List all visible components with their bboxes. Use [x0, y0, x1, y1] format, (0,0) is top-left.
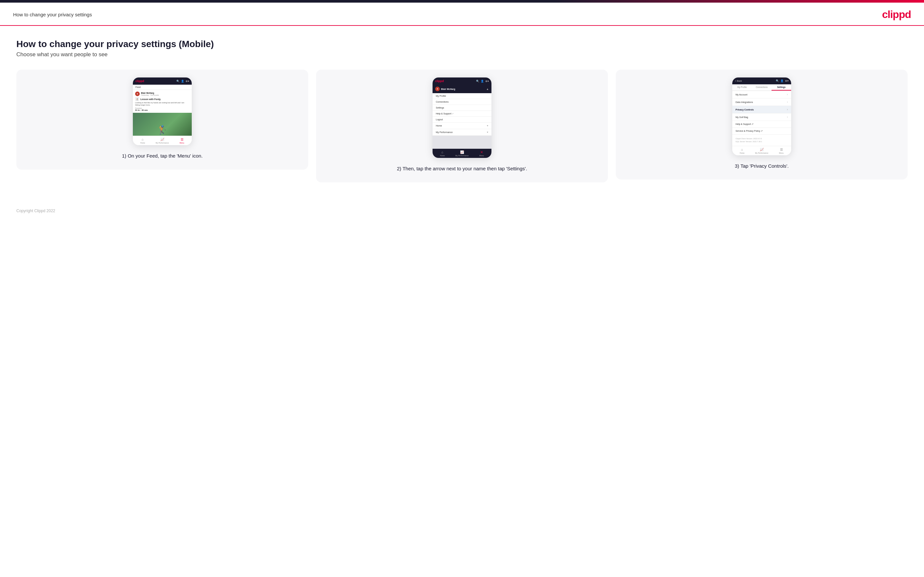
ph2-bottom-performance: 📈 My Performance — [452, 150, 472, 156]
card-3-caption: 3) Tap 'Privacy Controls'. — [735, 163, 789, 170]
header-title: How to change your privacy settings — [13, 12, 92, 17]
ph3-tabs: My Profile Connections Settings — [732, 84, 791, 91]
chevron-right-icon: › — [787, 108, 788, 111]
card-step-2: clippd 🔍 👤 ⊕▾ B Blair McHarg ▲ — [316, 69, 608, 182]
copyright-text: Copyright Clippd 2022 — [16, 209, 55, 213]
chevron-up-icon: ▲ — [486, 88, 489, 90]
ph3-home-label: Home — [740, 152, 745, 154]
ph3-bottom-menu[interactable]: ☰ Menu — [772, 148, 791, 154]
ph1-navbar: clippd 🔍 👤 ⊕▾ — [133, 77, 192, 85]
ph2-bottombar: ⌂ Home 📈 My Performance ✕ Menu — [433, 149, 491, 158]
ph2-menu-performance[interactable]: My Performance ▾ — [433, 129, 491, 136]
performance-icon: 📈 — [160, 138, 164, 141]
ph1-lesson-icon: 🏌 — [135, 97, 139, 101]
ph3-bottombar: ⌂ Home 📈 My Performance ☰ Menu — [732, 146, 791, 155]
card-step-3: < Back 🔍 👤 ⊕▾ My Profile Connections Set… — [616, 69, 908, 179]
ph2-menu-help[interactable]: Help & Support — [433, 111, 491, 117]
phone-mockup-3: < Back 🔍 👤 ⊕▾ My Profile Connections Set… — [732, 77, 791, 155]
search-icon: 🔍 — [776, 79, 779, 82]
home-icon: ⌂ — [741, 148, 743, 152]
settings-icon: ⊕▾ — [485, 80, 489, 83]
ph2-user-row[interactable]: B Blair McHarg ▲ — [433, 85, 491, 93]
ph1-lesson-desc: Looking to feel like my hands are exitin… — [135, 102, 189, 106]
user-icon: 👤 — [181, 80, 184, 83]
card-step-1: clippd 🔍 👤 ⊕▾ Feed B Blair McHarg — [16, 69, 308, 170]
ph1-duration-val: 01 hr : 30 min — [135, 109, 189, 111]
ph3-icons: 🔍 👤 ⊕▾ — [776, 79, 788, 82]
search-icon: 🔍 — [176, 80, 179, 83]
ph3-settings-list: My Account › Data Integrations › Privacy… — [732, 91, 791, 135]
performance-icon: 📈 — [760, 148, 764, 152]
ph3-service-privacy-label: Service & Privacy Policy ↗ — [735, 130, 763, 132]
performance-icon: 📈 — [460, 150, 464, 154]
ph1-user-info: Blair McHarg Yesterday · Sunnyside — [141, 92, 159, 96]
ph2-logo: clippd — [435, 79, 444, 83]
search-icon: 🔍 — [476, 80, 479, 83]
ph1-lesson-title: Lesson with Fordy — [141, 98, 161, 100]
chevron-right-icon: › — [787, 100, 788, 104]
ph3-setting-my-golf-bag[interactable]: My Golf Bag › — [732, 113, 791, 121]
menu-icon: ☰ — [780, 148, 783, 152]
user-icon: 👤 — [481, 80, 484, 83]
chevron-down-icon: ▾ — [487, 124, 488, 127]
settings-icon: ⊕▾ — [785, 79, 788, 82]
ph3-setting-help-support[interactable]: Help & Support ↗ — [732, 121, 791, 128]
phone-mockup-2: clippd 🔍 👤 ⊕▾ B Blair McHarg ▲ — [433, 77, 491, 158]
ph3-help-support-label: Help & Support ↗ — [735, 123, 754, 126]
ph1-menu-label: Menu — [179, 142, 184, 144]
ph3-privacy-controls-label: Privacy Controls — [735, 108, 754, 111]
ph2-bottom-menu[interactable]: ✕ Menu — [472, 150, 491, 156]
ph1-post-header: B Blair McHarg Yesterday · Sunnyside — [135, 92, 189, 96]
ph2-menu-settings[interactable]: Settings — [433, 105, 491, 111]
ph2-bottom-home: ⌂ Home — [433, 150, 452, 156]
ph1-golfer-figure: 🏌️ — [157, 125, 168, 135]
ph2-performance-label: My Performance — [436, 131, 452, 134]
ph1-user-avatar: B — [135, 92, 140, 96]
ph3-my-golf-bag-label: My Golf Bag — [735, 116, 748, 118]
cards-row: clippd 🔍 👤 ⊕▾ Feed B Blair McHarg — [16, 69, 908, 182]
ph3-tab-connections[interactable]: Connections — [752, 84, 772, 90]
ph2-menu-connections[interactable]: Connections — [433, 99, 491, 105]
ph3-setting-service-privacy[interactable]: Service & Privacy Policy ↗ — [732, 128, 791, 135]
ph2-menu-my-profile[interactable]: My Profile — [433, 93, 491, 99]
ph3-back-button[interactable]: < Back — [735, 80, 742, 82]
ph2-user-avatar: B — [435, 87, 440, 91]
ph3-tab-my-profile[interactable]: My Profile — [732, 84, 752, 90]
user-icon: 👤 — [780, 79, 783, 82]
ph2-menu-home[interactable]: Home ▾ — [433, 122, 491, 129]
ph3-bottom-home: ⌂ Home — [732, 148, 752, 154]
chevron-down-icon: ▾ — [487, 131, 488, 134]
ph3-setting-data-integrations[interactable]: Data Integrations › — [732, 98, 791, 106]
ph2-perf-label: My Performance — [456, 155, 468, 156]
header: How to change your privacy settings clip… — [0, 3, 924, 26]
ph2-menu-logout[interactable]: Logout — [433, 117, 491, 122]
page-heading: How to change your privacy settings (Mob… — [16, 39, 908, 49]
ph1-user-name: Blair McHarg — [141, 92, 159, 94]
card-1-caption: 1) On your Feed, tap the 'Menu' icon. — [122, 152, 203, 160]
ph1-icons: 🔍 👤 ⊕▾ — [176, 80, 189, 83]
card-2-caption: 2) Then, tap the arrow next to your name… — [397, 165, 527, 172]
ph1-feed-tab: Feed — [133, 85, 192, 90]
phone-mockup-1: clippd 🔍 👤 ⊕▾ Feed B Blair McHarg — [133, 77, 192, 145]
ph3-setting-privacy-controls[interactable]: Privacy Controls › — [732, 106, 791, 113]
ph3-version-info: Clippd Client Version: 2022.8.3-3 GQL Se… — [732, 135, 791, 146]
ph3-bottom-performance: 📈 My Performance — [752, 148, 772, 154]
settings-icon: ⊕▾ — [186, 80, 189, 83]
ph1-bottom-menu[interactable]: ☰ Menu — [172, 138, 192, 144]
main-content: How to change your privacy settings (Mob… — [0, 26, 924, 202]
ph3-tab-settings[interactable]: Settings — [772, 84, 791, 90]
chevron-right-icon: › — [787, 115, 788, 119]
ph3-menu-label: Menu — [779, 152, 783, 154]
ph1-perf-label: My Performance — [156, 142, 169, 144]
ph3-setting-my-account[interactable]: My Account › — [732, 91, 791, 98]
home-icon: ⌂ — [441, 150, 443, 154]
close-icon: ✕ — [480, 150, 483, 154]
logo: clippd — [882, 8, 911, 21]
ph3-data-integrations-label: Data Integrations — [735, 101, 753, 103]
chevron-right-icon: › — [787, 93, 788, 96]
ph1-golfer-image: 🏌️ — [133, 113, 192, 136]
ph2-icons: 🔍 👤 ⊕▾ — [476, 80, 489, 83]
ph1-user-sub: Yesterday · Sunnyside — [141, 94, 159, 96]
ph2-user-info: B Blair McHarg — [435, 87, 455, 91]
ph1-home-label: Home — [141, 142, 145, 144]
